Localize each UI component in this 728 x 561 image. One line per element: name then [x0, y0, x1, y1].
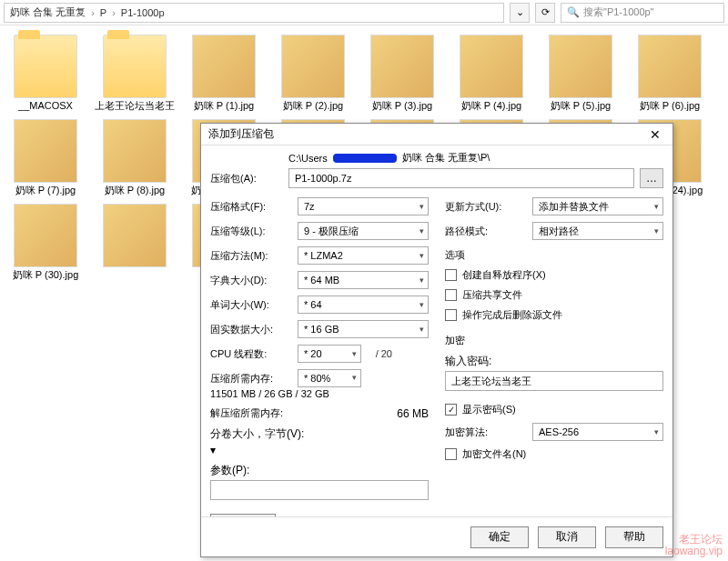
file-item[interactable]	[95, 204, 175, 281]
word-select[interactable]: * 64▾	[298, 296, 429, 314]
level-select[interactable]: 9 - 极限压缩▾	[298, 222, 429, 240]
file-label: 奶咪 P (2).jpg	[283, 100, 343, 112]
file-label: 奶咪 P (7).jpg	[15, 185, 76, 196]
split-select[interactable]: ▾	[210, 444, 429, 456]
chevron-right-icon: ›	[91, 7, 95, 18]
help-button[interactable]: 帮助	[605, 526, 663, 548]
output-path: C:\Users 奶咪 合集 无重复\P\	[210, 151, 663, 165]
image-thumbnail	[370, 35, 434, 98]
breadcrumb[interactable]: 奶咪 合集 无重复 › P › P1-1000p	[4, 3, 504, 23]
file-item[interactable]: 奶咪 P (5).jpg	[541, 35, 621, 112]
image-thumbnail	[549, 35, 612, 98]
update-mode-select[interactable]: 添加并替换文件▾	[532, 197, 663, 215]
image-thumbnail	[14, 204, 77, 267]
search-placeholder: 搜索"P1-1000p"	[583, 5, 654, 19]
file-item[interactable]: 奶咪 P (4).jpg	[451, 35, 531, 112]
ok-button[interactable]: 确定	[470, 526, 529, 548]
breadcrumb-seg[interactable]: 奶咪 合集 无重复	[10, 5, 86, 19]
image-thumbnail	[638, 35, 702, 98]
threads-select[interactable]: * 20▾	[298, 345, 361, 363]
file-item[interactable]: 奶咪 P (3).jpg	[362, 35, 442, 112]
cancel-button[interactable]: 取消	[538, 526, 596, 548]
file-label: __MACOSX	[18, 100, 73, 112]
file-label: 奶咪 P (3).jpg	[372, 100, 432, 112]
params-input[interactable]	[210, 480, 429, 500]
mem-compress-info: 11501 MB / 26 GB / 32 GB	[210, 387, 429, 400]
browse-button[interactable]: …	[640, 168, 663, 188]
file-label: 奶咪 P (5).jpg	[551, 100, 611, 112]
image-thumbnail	[14, 119, 77, 183]
file-item[interactable]: 奶咪 P (2).jpg	[273, 35, 353, 112]
mem-pct-select[interactable]: * 80%▾	[298, 369, 361, 387]
image-thumbnail	[460, 35, 523, 98]
file-item[interactable]: 奶咪 P (30).jpg	[5, 204, 86, 281]
add-to-archive-dialog: 添加到压缩包 ✕ C:\Users 奶咪 合集 无重复\P\ 压缩包(A): ……	[200, 123, 673, 557]
breadcrumb-seg[interactable]: P1-1000p	[121, 7, 165, 18]
file-label: 奶咪 P (30).jpg	[13, 269, 79, 281]
folder-item[interactable]: __MACOSX	[5, 35, 86, 112]
breadcrumb-seg[interactable]: P	[100, 7, 106, 18]
image-thumbnail	[103, 204, 167, 267]
file-item[interactable]: 奶咪 P (7).jpg	[5, 119, 86, 196]
redacted-segment	[333, 154, 397, 163]
encrypt-names-checkbox[interactable]	[445, 448, 457, 460]
show-password-checkbox[interactable]: ✓	[445, 404, 457, 416]
archive-name-input[interactable]	[288, 168, 634, 188]
file-label: 奶咪 P (8).jpg	[105, 185, 165, 196]
dict-select[interactable]: * 64 MB▾	[298, 271, 429, 289]
search-input[interactable]: 🔍 搜索"P1-1000p"	[561, 3, 724, 23]
file-item[interactable]: 奶咪 P (1).jpg	[184, 35, 264, 112]
solid-select[interactable]: * 16 GB▾	[298, 320, 429, 338]
file-label: 上老王论坛当老王	[95, 100, 175, 112]
chevron-right-icon: ›	[112, 7, 116, 18]
delete-after-checkbox[interactable]	[445, 309, 457, 321]
image-thumbnail	[281, 35, 345, 98]
password-input[interactable]	[445, 371, 663, 391]
breadcrumb-dropdown[interactable]: ⌄	[510, 3, 530, 23]
folder-icon	[14, 35, 77, 98]
search-icon: 🔍	[567, 6, 580, 18]
path-mode-select[interactable]: 相对路径▾	[532, 222, 663, 240]
dialog-title: 添加到压缩包	[208, 126, 642, 142]
folder-icon	[103, 35, 167, 98]
folder-item[interactable]: 上老王论坛当老王	[95, 35, 175, 112]
image-thumbnail	[103, 119, 167, 183]
method-select[interactable]: * LZMA2▾	[298, 246, 429, 265]
enc-method-select[interactable]: AES-256▾	[532, 423, 663, 441]
file-item[interactable]: 奶咪 P (6).jpg	[630, 35, 710, 112]
file-item[interactable]: 奶咪 P (8).jpg	[95, 119, 175, 196]
close-button[interactable]: ✕	[642, 125, 669, 145]
format-select[interactable]: 7z▾	[298, 197, 429, 215]
image-thumbnail	[192, 35, 256, 98]
refresh-button[interactable]: ⟳	[535, 3, 555, 23]
archive-label: 压缩包(A):	[210, 172, 283, 185]
file-label: 奶咪 P (4).jpg	[461, 100, 521, 112]
file-label: 奶咪 P (1).jpg	[194, 100, 254, 112]
sfx-checkbox[interactable]	[445, 269, 457, 281]
shared-checkbox[interactable]	[445, 289, 457, 301]
file-label: 奶咪 P (6).jpg	[640, 100, 700, 112]
